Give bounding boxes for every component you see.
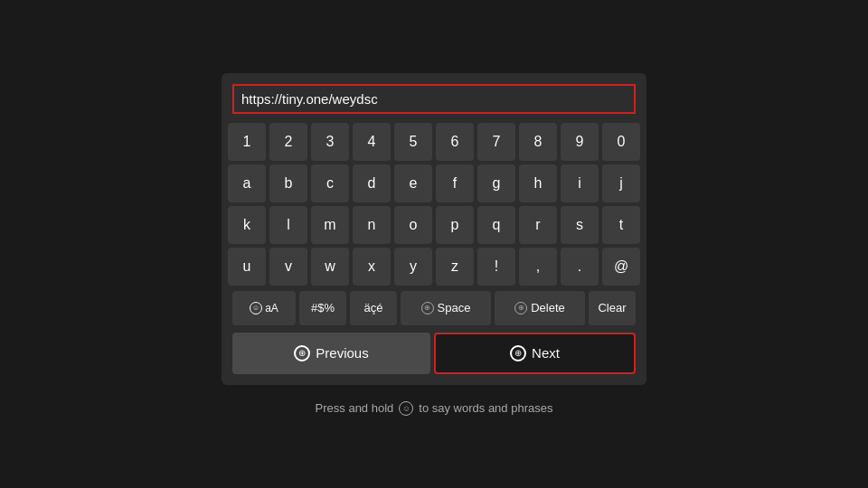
key-7[interactable]: 7 bbox=[477, 123, 515, 161]
accents-label: äçé bbox=[364, 301, 383, 314]
url-input[interactable] bbox=[232, 84, 636, 114]
keyboard-container: 1 2 3 4 5 6 7 8 9 0 a b c d e f g h i j … bbox=[222, 73, 646, 385]
key-accents[interactable]: äçé bbox=[350, 291, 397, 325]
next-circle-icon: ⊕ bbox=[510, 345, 526, 361]
key-e[interactable]: e bbox=[394, 164, 432, 202]
key-comma[interactable]: , bbox=[519, 248, 557, 286]
key-i[interactable]: i bbox=[561, 164, 599, 202]
key-9[interactable]: 9 bbox=[561, 123, 599, 161]
key-b[interactable]: b bbox=[269, 164, 307, 202]
key-l[interactable]: l bbox=[269, 206, 307, 244]
key-w[interactable]: w bbox=[311, 248, 349, 286]
key-6[interactable]: 6 bbox=[436, 123, 474, 161]
hint-text-2: to say words and phrases bbox=[419, 401, 552, 415]
key-z[interactable]: z bbox=[436, 248, 474, 286]
key-d[interactable]: d bbox=[353, 164, 391, 202]
key-2[interactable]: 2 bbox=[269, 123, 307, 161]
row-a-j: a b c d e f g h i j bbox=[232, 164, 636, 202]
key-5[interactable]: 5 bbox=[394, 123, 432, 161]
key-0[interactable]: 0 bbox=[602, 123, 640, 161]
key-c[interactable]: c bbox=[311, 164, 349, 202]
key-g[interactable]: g bbox=[477, 164, 515, 202]
row-k-t: k l m n o p q r s t bbox=[232, 206, 636, 244]
space-circle-icon: ⊕ bbox=[421, 302, 434, 314]
key-j[interactable]: j bbox=[602, 164, 640, 202]
key-m[interactable]: m bbox=[311, 206, 349, 244]
key-h[interactable]: h bbox=[519, 164, 557, 202]
key-t[interactable]: t bbox=[602, 206, 640, 244]
row-u-at: u v w x y z ! , . @ bbox=[232, 248, 636, 286]
space-label: Space bbox=[438, 301, 471, 314]
key-n[interactable]: n bbox=[353, 206, 391, 244]
key-symbols[interactable]: #$% bbox=[299, 291, 346, 325]
hint-icon: ☺ bbox=[399, 401, 413, 416]
previous-button[interactable]: ⊕ Previous bbox=[232, 333, 430, 374]
special-row: ☺ aA #$% äçé ⊕ Space ⊕ Delete Clear bbox=[232, 291, 636, 325]
key-k[interactable]: k bbox=[228, 206, 266, 244]
hint-bar: Press and hold ☺ to say words and phrase… bbox=[316, 401, 553, 416]
previous-label: Previous bbox=[316, 345, 368, 361]
key-u[interactable]: u bbox=[228, 248, 266, 286]
key-period[interactable]: . bbox=[561, 248, 599, 286]
key-exclamation[interactable]: ! bbox=[477, 248, 515, 286]
key-8[interactable]: 8 bbox=[519, 123, 557, 161]
numbers-row: 1 2 3 4 5 6 7 8 9 0 bbox=[232, 123, 636, 161]
key-s[interactable]: s bbox=[561, 206, 599, 244]
nav-buttons: ⊕ Previous ⊕ Next bbox=[232, 333, 636, 374]
aa-label: aA bbox=[265, 302, 278, 314]
hint-text-1: Press and hold bbox=[316, 401, 394, 415]
symbols-label: #$% bbox=[311, 301, 335, 314]
key-v[interactable]: v bbox=[269, 248, 307, 286]
key-delete[interactable]: ⊕ Delete bbox=[495, 291, 585, 325]
delete-label: Delete bbox=[531, 301, 565, 314]
key-4[interactable]: 4 bbox=[353, 123, 391, 161]
key-aa-button[interactable]: ☺ aA bbox=[232, 291, 296, 325]
previous-circle-icon: ⊕ bbox=[294, 345, 310, 361]
key-o[interactable]: o bbox=[394, 206, 432, 244]
key-1[interactable]: 1 bbox=[228, 123, 266, 161]
key-a[interactable]: a bbox=[228, 164, 266, 202]
key-space[interactable]: ⊕ Space bbox=[401, 291, 491, 325]
key-x[interactable]: x bbox=[353, 248, 391, 286]
key-f[interactable]: f bbox=[436, 164, 474, 202]
clear-label: Clear bbox=[598, 301, 626, 314]
key-grid: 1 2 3 4 5 6 7 8 9 0 a b c d e f g h i j … bbox=[232, 123, 636, 374]
key-y[interactable]: y bbox=[394, 248, 432, 286]
key-q[interactable]: q bbox=[477, 206, 515, 244]
key-clear[interactable]: Clear bbox=[589, 291, 636, 325]
key-r[interactable]: r bbox=[519, 206, 557, 244]
key-p[interactable]: p bbox=[436, 206, 474, 244]
aa-circle-icon: ☺ bbox=[250, 302, 262, 314]
key-at[interactable]: @ bbox=[602, 248, 640, 286]
key-3[interactable]: 3 bbox=[311, 123, 349, 161]
next-label: Next bbox=[532, 345, 560, 361]
next-button[interactable]: ⊕ Next bbox=[434, 333, 636, 374]
delete-circle-icon: ⊕ bbox=[514, 302, 527, 314]
